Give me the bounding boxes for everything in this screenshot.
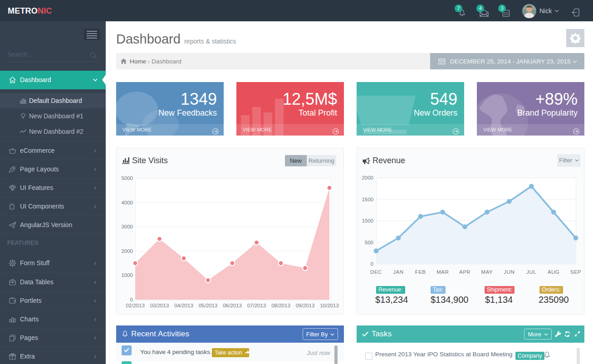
svg-text:0: 0 [130, 297, 133, 302]
svg-text:SEP: SEP [570, 269, 582, 275]
svg-text:AUG: AUG [548, 269, 559, 275]
svg-text:JUN: JUN [504, 269, 515, 275]
svg-text:07/2013: 07/2013 [247, 303, 266, 308]
svg-text:MAY: MAY [481, 269, 493, 275]
svg-text:0: 0 [371, 261, 373, 267]
svg-text:08/2013: 08/2013 [271, 303, 290, 308]
svg-text:APR: APR [459, 269, 470, 275]
svg-text:02/2013: 02/2013 [126, 303, 145, 308]
svg-text:500: 500 [365, 240, 373, 245]
svg-text:JUL: JUL [526, 269, 536, 275]
svg-text:MAR: MAR [436, 269, 449, 275]
svg-text:3000: 3000 [121, 224, 133, 229]
svg-text:1000: 1000 [362, 218, 373, 223]
svg-text:05/2013: 05/2013 [199, 303, 218, 308]
svg-text:DEC: DEC [370, 269, 382, 275]
svg-text:09/2013: 09/2013 [296, 303, 315, 308]
svg-text:FEB: FEB [415, 269, 426, 275]
svg-text:06/2013: 06/2013 [223, 303, 242, 308]
svg-text:5000: 5000 [121, 175, 133, 181]
svg-text:03/2013: 03/2013 [150, 303, 169, 308]
svg-text:1000: 1000 [121, 272, 133, 278]
svg-text:2000: 2000 [362, 175, 373, 180]
svg-text:4000: 4000 [121, 200, 133, 205]
svg-text:2000: 2000 [121, 248, 133, 254]
svg-text:JAN: JAN [393, 269, 403, 275]
svg-text:04/2013: 04/2013 [174, 303, 193, 308]
svg-text:1500: 1500 [362, 197, 373, 202]
svg-text:10/2013: 10/2013 [320, 303, 339, 308]
